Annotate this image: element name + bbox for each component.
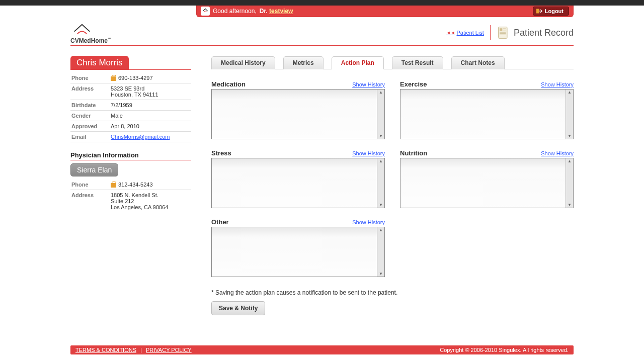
privacy-link[interactable]: PRIVACY POLICY	[146, 347, 192, 353]
scroll-up-icon[interactable]: ▲	[568, 89, 572, 95]
plan-title: Exercise	[400, 80, 427, 88]
plan-title: Nutrition	[400, 149, 427, 157]
tab-chart-notes[interactable]: Chart Notes	[451, 56, 505, 69]
tab-action-plan[interactable]: Action Plan	[332, 56, 384, 69]
logout-button[interactable]: Logout	[533, 7, 569, 16]
greeting-bar: Good afternoon, Dr. testview Logout	[196, 6, 574, 17]
scroll-down-icon[interactable]: ▼	[379, 202, 383, 208]
physician-section-title: Physician Information	[70, 151, 191, 160]
footer-bar: TERMS & CONDITIONS | PRIVACY POLICY Copy…	[70, 345, 574, 354]
scroll-up-icon[interactable]: ▲	[568, 158, 572, 164]
patient-sidebar: Chris Morris Phone690-133-4297Address532…	[70, 56, 191, 315]
info-value: 7/2/1959	[111, 102, 190, 108]
plan-title: Stress	[211, 149, 231, 157]
doctor-prefix: Dr.	[260, 8, 268, 15]
page-title: Patient Record	[497, 26, 574, 40]
info-row: ApprovedApr 8, 2010	[70, 121, 191, 132]
info-value: Male	[111, 113, 190, 119]
physician-name: Sierra Elan	[70, 163, 118, 176]
plan-textarea[interactable]: ▲▼	[211, 158, 385, 208]
info-label: Address	[71, 85, 111, 98]
plan-title: Other	[211, 218, 229, 226]
plan-medication: MedicationShow History▲▼	[211, 80, 385, 139]
tab-medical-history[interactable]: Medical History	[211, 56, 275, 69]
scrollbar[interactable]: ▲▼	[377, 158, 384, 208]
scroll-down-icon[interactable]: ▼	[379, 271, 383, 277]
info-label: Birthdate	[71, 102, 111, 108]
plan-textarea[interactable]: ▲▼	[400, 158, 574, 208]
patient-list-link[interactable]: ◄◄ Patient List	[446, 30, 484, 36]
plan-textarea[interactable]: ▲▼	[211, 89, 385, 139]
info-value: 312-434-5243	[111, 182, 190, 188]
info-label: Approved	[71, 123, 111, 129]
patient-record-icon	[497, 26, 511, 40]
scroll-up-icon[interactable]: ▲	[379, 89, 383, 95]
info-value: 1805 N. Kendell St.Suite 212Los Angeles,…	[111, 192, 190, 210]
email-link[interactable]: ChrisMorris@gmail.com	[111, 134, 170, 140]
copyright: Copyright © 2006-2010 Singulex. All righ…	[440, 347, 569, 353]
info-label: Phone	[71, 182, 111, 188]
patient-name: Chris Morris	[70, 56, 129, 70]
plan-exercise: ExerciseShow History▲▼	[400, 80, 574, 139]
tab-test-result[interactable]: Test Result	[392, 56, 443, 69]
tabs: Medical HistoryMetricsAction PlanTest Re…	[211, 56, 574, 69]
info-row: GenderMale	[70, 111, 191, 121]
info-value: 690-133-4297	[111, 75, 190, 81]
tab-metrics[interactable]: Metrics	[283, 56, 324, 69]
info-row: Birthdate7/2/1959	[70, 100, 191, 111]
back-arrows-icon: ◄◄	[446, 30, 455, 35]
show-history-link[interactable]: Show History	[541, 150, 574, 156]
plan-textarea[interactable]: ▲▼	[211, 227, 385, 277]
show-history-link[interactable]: Show History	[541, 81, 574, 87]
info-label: Gender	[71, 113, 111, 119]
info-value: 5323 SE 93rdHouston, TX 94111	[111, 85, 190, 98]
info-row: Address5323 SE 93rdHouston, TX 94111	[70, 83, 191, 100]
plan-other: OtherShow History▲▼	[211, 218, 385, 277]
info-row: EmailChrisMorris@gmail.com	[70, 132, 191, 142]
logout-icon	[536, 9, 542, 14]
phone-icon	[111, 183, 116, 188]
plan-textarea[interactable]: ▲▼	[400, 89, 574, 139]
show-history-link[interactable]: Show History	[352, 81, 385, 87]
plan-title: Medication	[211, 80, 246, 88]
plan-stress: StressShow History▲▼	[211, 149, 385, 208]
show-history-link[interactable]: Show History	[352, 150, 385, 156]
phone-icon	[111, 76, 116, 81]
scroll-up-icon[interactable]: ▲	[379, 158, 383, 164]
scrollbar[interactable]: ▲▼	[566, 89, 573, 139]
logo: CVMedHome™	[70, 21, 111, 44]
info-label: Phone	[71, 75, 111, 81]
scroll-down-icon[interactable]: ▼	[379, 133, 383, 139]
scrollbar[interactable]: ▲▼	[377, 227, 384, 277]
scroll-down-icon[interactable]: ▼	[568, 202, 572, 208]
save-notify-button[interactable]: Save & Notify	[211, 301, 265, 315]
info-value[interactable]: ChrisMorris@gmail.com	[111, 134, 190, 140]
info-row: Phone312-434-5243	[70, 180, 191, 190]
info-row: Address1805 N. Kendell St.Suite 212Los A…	[70, 190, 191, 212]
svg-rect-1	[500, 28, 502, 31]
scroll-down-icon[interactable]: ▼	[568, 133, 572, 139]
info-label: Address	[71, 192, 111, 210]
scrollbar[interactable]: ▲▼	[377, 89, 384, 139]
greeting-text: Good afternoon,	[213, 8, 257, 15]
terms-link[interactable]: TERMS & CONDITIONS	[75, 347, 136, 353]
info-value: Apr 8, 2010	[111, 123, 190, 129]
logo-small-icon	[201, 7, 210, 16]
scroll-up-icon[interactable]: ▲	[379, 227, 383, 233]
show-history-link[interactable]: Show History	[352, 219, 385, 225]
username-link[interactable]: testview	[269, 8, 293, 15]
save-note: * Saving the action plan causes a notifi…	[211, 289, 574, 296]
info-label: Email	[71, 134, 111, 140]
scrollbar[interactable]: ▲▼	[566, 158, 573, 208]
plan-nutrition: NutritionShow History▲▼	[400, 149, 574, 208]
info-row: Phone690-133-4297	[70, 73, 191, 83]
